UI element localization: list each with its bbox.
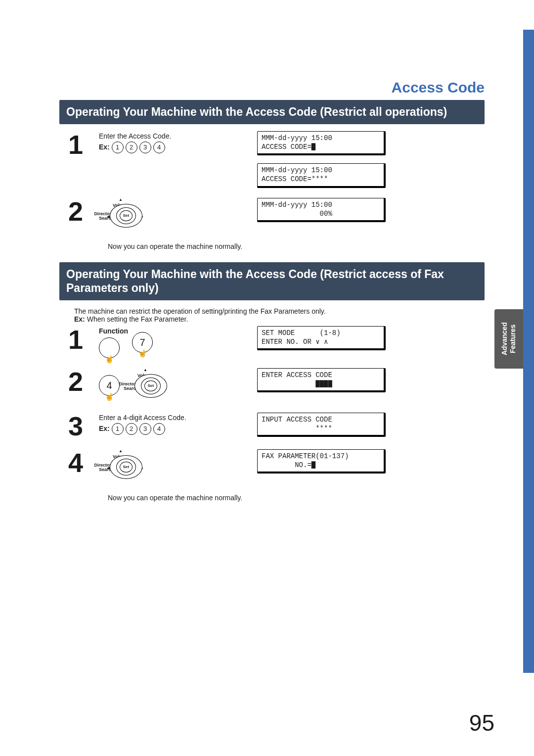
finger-icon: ☝	[138, 348, 147, 359]
digit-key: 4	[153, 142, 165, 153]
page-content: Access Code Operating Your Machine with …	[0, 0, 534, 502]
navpad-inner: Set	[141, 378, 161, 394]
step-text: Enter a 4-digit Access Code.	[99, 414, 186, 422]
step-number: 4	[59, 449, 89, 476]
step-number: 2	[59, 368, 89, 395]
navpad-inner: Set	[116, 459, 136, 475]
right-accent-bar	[523, 30, 534, 673]
navpad-outer: Set	[110, 204, 142, 228]
step-body: Enter a 4-digit Access Code. Ex: 1 2 3 4	[99, 413, 247, 435]
numeric-key-icon: 7 ☝	[132, 332, 153, 353]
step-a2: 2 Volume Directory Search ◄ ► Set MMM-dd…	[59, 198, 485, 233]
step-body: Volume Directory Search ◄ ► Set	[99, 198, 247, 233]
section-b-intro: The machine can restrict the operation o…	[74, 307, 485, 323]
lcd-display: MMM-dd-yyyy 15:00 ACCESS CODE=****	[257, 163, 386, 188]
lcd-display: MMM-dd-yyyy 15:00 ACCESS CODE=█	[257, 131, 386, 155]
example-digits: 1 2 3 4	[112, 142, 165, 153]
section-b-heading: Operating Your Machine with the Access C…	[59, 262, 485, 301]
navpad-icon: Volume Directory Search ◄ ► Set	[99, 449, 142, 484]
intro-ex-label: Ex:	[74, 315, 85, 323]
navpad-outer: Set	[134, 374, 167, 398]
ex-label: Ex:	[99, 142, 110, 150]
step-body: Function ☝ 7 ☝	[99, 326, 247, 358]
step-number: 1	[59, 326, 89, 353]
section-b-steps: 1 Function ☝ 7 ☝ SET MODE (1-8) ENTER NO…	[59, 326, 485, 484]
intro-line2: When setting the Fax Parameter.	[85, 315, 188, 323]
lcd-column: FAX PARAMETER(01-137) NO.=█	[257, 449, 485, 473]
set-button-icon: Set	[144, 380, 157, 391]
digit-key: 3	[139, 142, 151, 153]
digit-key: 4	[153, 423, 165, 435]
lcd-display: MMM-dd-yyyy 15:00 00%	[257, 198, 386, 222]
lcd-display: INPUT ACCESS CODE ****	[257, 413, 386, 437]
navpad-icon: Volume Directory Search Set	[124, 368, 167, 403]
digit-key: 1	[112, 142, 124, 153]
page-title: Access Code	[59, 79, 485, 96]
lcd-column: SET MODE (1-8) ENTER NO. OR ∨ ∧	[257, 326, 485, 350]
navpad-inner: Set	[116, 207, 136, 224]
lcd-display: SET MODE (1-8) ENTER NO. OR ∨ ∧	[257, 326, 386, 350]
step-b3: 3 Enter a 4-digit Access Code. Ex: 1 2 3…	[59, 413, 485, 439]
digit-key: 2	[126, 423, 137, 435]
step-b1: 1 Function ☝ 7 ☝ SET MODE (1-8) ENTER NO…	[59, 326, 485, 358]
section-a-steps: 1 Enter the Access Code. Ex: 1 2 3 4 MMM…	[59, 131, 485, 233]
key-digit: 7	[140, 335, 145, 350]
set-button-icon: Set	[120, 210, 133, 221]
step-a1: 1 Enter the Access Code. Ex: 1 2 3 4 MMM…	[59, 131, 485, 188]
example-digits: 1 2 3 4	[112, 423, 165, 435]
section-a-heading: Operating Your Machine with the Access C…	[59, 100, 485, 124]
key-digit: 4	[106, 378, 112, 393]
lcd-column: MMM-dd-yyyy 15:00 00%	[257, 198, 485, 222]
step-body: 4 ☝ Volume Directory Search Set	[99, 368, 247, 403]
step-body: Enter the Access Code. Ex: 1 2 3 4	[99, 131, 247, 153]
step-note: Now you can operate the machine normally…	[108, 494, 485, 502]
step-b4: 4 Volume Directory Search ◄ ► Set FAX PA…	[59, 449, 485, 484]
lcd-display: ENTER ACCESS CODE ████	[257, 368, 386, 392]
digit-key: 1	[112, 423, 124, 435]
function-label: Function	[99, 326, 128, 336]
finger-icon: ☝	[105, 391, 114, 403]
step-number: 3	[59, 413, 89, 439]
step-b2: 2 4 ☝ Volume Directory Search Set	[59, 368, 485, 403]
lcd-display: FAX PARAMETER(01-137) NO.=█	[257, 449, 386, 473]
digit-key: 2	[126, 142, 137, 153]
set-button-icon: Set	[120, 462, 133, 472]
step-text: Enter the Access Code.	[99, 132, 171, 140]
function-button-icon: Function ☝	[99, 326, 128, 358]
navpad-outer: Set	[110, 455, 142, 479]
section-tab-label: Advanced Features	[500, 309, 517, 369]
section-tab: Advanced Features	[494, 309, 523, 369]
step-number: 2	[59, 198, 89, 225]
ex-label: Ex:	[99, 425, 110, 432]
navpad-icon: Volume Directory Search ◄ ► Set	[99, 198, 142, 233]
finger-icon: ☝	[105, 354, 114, 365]
lcd-column: ENTER ACCESS CODE ████	[257, 368, 485, 392]
function-key-icon: ☝	[99, 337, 120, 358]
step-note: Now you can operate the machine normally…	[108, 242, 485, 250]
step-number: 1	[59, 131, 89, 158]
intro-line1: The machine can restrict the operation o…	[74, 307, 326, 315]
digit-key: 3	[139, 423, 151, 435]
step-body: Volume Directory Search ◄ ► Set	[99, 449, 247, 484]
lcd-column: MMM-dd-yyyy 15:00 ACCESS CODE=█ MMM-dd-y…	[257, 131, 485, 188]
page-number: 95	[469, 709, 494, 736]
lcd-column: INPUT ACCESS CODE ****	[257, 413, 485, 437]
